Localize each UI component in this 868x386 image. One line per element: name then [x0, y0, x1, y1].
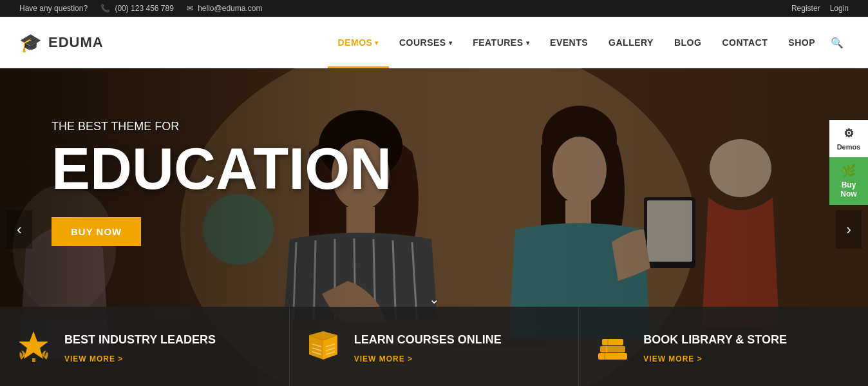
panel-3-title: BOOK LIBRARY & STORE — [643, 333, 787, 347]
login-link[interactable]: Login — [830, 4, 849, 13]
nav-item-features[interactable]: FEATURES ▾ — [462, 17, 540, 68]
panel-2-link[interactable]: VIEW MORE > — [354, 354, 413, 363]
panel-2-title: LEARN COURSES ONLINE — [354, 333, 502, 347]
email-contact: ✉ hello@eduma.com — [187, 4, 263, 13]
main-nav: DEMOS ▾ COURSES ▾ FEATURES ▾ EVENTS GALL… — [328, 17, 849, 68]
phone-icon: 📞 — [100, 4, 110, 13]
nav-item-gallery[interactable]: GALLERY — [598, 17, 664, 68]
phone-number: (00) 123 456 789 — [115, 4, 173, 13]
panel-3-text: BOOK LIBRARY & STORE VIEW MORE > — [643, 333, 787, 364]
demos-side-label: Demos — [837, 143, 861, 151]
svg-rect-38 — [602, 339, 623, 345]
hero-content: THE BEST THEME FOR EDUCATION BUY NOW — [52, 120, 392, 246]
buy-now-button[interactable]: BUY NOW — [52, 217, 141, 246]
register-link[interactable]: Register — [791, 4, 820, 13]
panel-courses-online: LEARN COURSES ONLINE VIEW MORE > — [290, 307, 580, 386]
demos-arrow-icon: ▾ — [375, 39, 379, 46]
svg-rect-37 — [600, 346, 625, 352]
buy-side-label: Buy Now — [833, 180, 865, 198]
scroll-down-indicator[interactable]: ⌄ — [429, 291, 440, 307]
carousel-prev-button[interactable]: ‹ — [6, 210, 32, 249]
nav-item-events[interactable]: EVENTS — [540, 17, 598, 68]
demos-side-button[interactable]: ⚙ Demos — [829, 120, 868, 157]
buy-now-side-button[interactable]: 🌿 Buy Now — [829, 157, 868, 205]
nav-item-shop[interactable]: SHOP — [778, 17, 826, 68]
feature-panels: BEST INDUSTRY LEADERS VIEW MORE > — [0, 307, 868, 386]
panel-book-library: BOOK LIBRARY & STORE VIEW MORE > — [579, 307, 868, 386]
panel-1-title: BEST INDUSTRY LEADERS — [64, 333, 216, 347]
have-question-text: Have any question? — [19, 4, 88, 13]
top-bar: Have any question? 📞 (00) 123 456 789 ✉ … — [0, 0, 868, 17]
header: 🎓 EDUMA DEMOS ▾ COURSES ▾ FEATURES ▾ EVE… — [0, 17, 868, 68]
phone-contact: 📞 (00) 123 456 789 — [100, 4, 174, 13]
panel-3-link[interactable]: VIEW MORE > — [643, 354, 702, 363]
svg-rect-29 — [32, 358, 35, 362]
search-button[interactable]: 🔍 — [826, 17, 849, 68]
side-buttons: ⚙ Demos 🌿 Buy Now — [829, 120, 868, 205]
panel-2-text: LEARN COURSES ONLINE VIEW MORE > — [354, 333, 502, 364]
logo-text: EDUMA — [48, 34, 104, 51]
nav-item-courses[interactable]: COURSES ▾ — [389, 17, 462, 68]
logo[interactable]: 🎓 EDUMA — [19, 32, 104, 53]
top-bar-right: Register Login — [791, 4, 849, 13]
top-bar-left: Have any question? 📞 (00) 123 456 789 ✉ … — [19, 4, 262, 13]
logo-icon: 🎓 — [19, 32, 42, 53]
hero-section: THE BEST THEME FOR EDUCATION BUY NOW ‹ ›… — [0, 68, 868, 386]
svg-rect-36 — [598, 353, 627, 360]
courses-arrow-icon: ▾ — [449, 39, 453, 46]
hero-subtitle: THE BEST THEME FOR — [52, 120, 392, 133]
gear-icon: ⚙ — [844, 126, 854, 140]
book-open-icon — [306, 329, 341, 369]
hero-title: EDUCATION — [52, 140, 392, 198]
email-icon: ✉ — [187, 4, 193, 13]
panel-industry-leaders: BEST INDUSTRY LEADERS VIEW MORE > — [0, 307, 290, 386]
star-award-icon — [16, 329, 52, 369]
carousel-next-button[interactable]: › — [836, 210, 862, 249]
features-arrow-icon: ▾ — [526, 39, 530, 46]
nav-item-contact[interactable]: CONTACT — [712, 17, 778, 68]
email-link[interactable]: hello@eduma.com — [198, 4, 262, 13]
nav-item-demos[interactable]: DEMOS ▾ — [328, 17, 389, 68]
nav-item-blog[interactable]: BLOG — [664, 17, 712, 68]
books-stack-icon — [595, 329, 630, 369]
search-icon: 🔍 — [831, 37, 844, 49]
panel-1-text: BEST INDUSTRY LEADERS VIEW MORE > — [64, 333, 216, 364]
leaf-icon: 🌿 — [842, 164, 856, 178]
panel-1-link[interactable]: VIEW MORE > — [64, 354, 123, 363]
